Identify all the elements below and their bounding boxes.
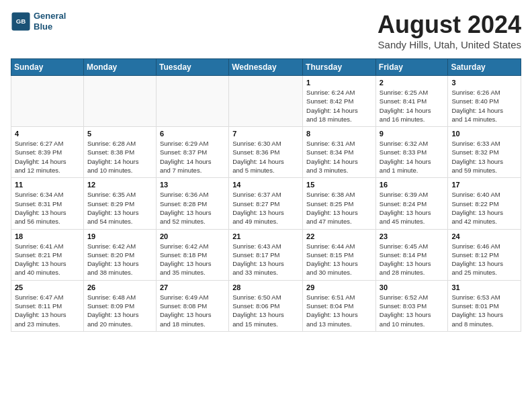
- day-info: Sunrise: 6:39 AM Sunset: 8:24 PM Dayligh…: [380, 190, 445, 226]
- calendar-cell: 18Sunrise: 6:41 AM Sunset: 8:21 PM Dayli…: [11, 229, 84, 280]
- calendar-cell: 22Sunrise: 6:44 AM Sunset: 8:15 PM Dayli…: [303, 229, 376, 280]
- location-title: Sandy Hills, Utah, United States: [378, 39, 521, 50]
- logo-line1: General: [34, 11, 66, 21]
- calendar-cell: 2Sunrise: 6:25 AM Sunset: 8:41 PM Daylig…: [375, 76, 448, 127]
- day-info: Sunrise: 6:42 AM Sunset: 8:20 PM Dayligh…: [87, 242, 152, 277]
- calendar-cell: 13Sunrise: 6:36 AM Sunset: 8:28 PM Dayli…: [156, 178, 228, 229]
- calendar-cell: 4Sunrise: 6:27 AM Sunset: 8:39 PM Daylig…: [11, 127, 84, 178]
- day-number: 29: [306, 283, 372, 291]
- calendar-cell: 8Sunrise: 6:31 AM Sunset: 8:34 PM Daylig…: [303, 127, 376, 178]
- day-number: 24: [451, 232, 517, 240]
- day-info: Sunrise: 6:37 AM Sunset: 8:27 PM Dayligh…: [232, 190, 299, 226]
- day-number: 28: [232, 283, 299, 291]
- calendar-cell: 6Sunrise: 6:29 AM Sunset: 8:37 PM Daylig…: [156, 127, 228, 178]
- day-number: 6: [160, 130, 225, 138]
- weekday-header-row: SundayMondayTuesdayWednesdayThursdayFrid…: [11, 59, 521, 76]
- day-info: Sunrise: 6:33 AM Sunset: 8:32 PM Dayligh…: [451, 139, 517, 175]
- day-info: Sunrise: 6:42 AM Sunset: 8:18 PM Dayligh…: [160, 242, 225, 277]
- day-info: Sunrise: 6:31 AM Sunset: 8:34 PM Dayligh…: [306, 139, 372, 175]
- logo-line2: Blue: [34, 21, 66, 32]
- day-info: Sunrise: 6:24 AM Sunset: 8:42 PM Dayligh…: [306, 88, 372, 124]
- day-info: Sunrise: 6:44 AM Sunset: 8:15 PM Dayligh…: [306, 242, 372, 277]
- page-header: GB General Blue August 2024 Sandy Hills,…: [11, 11, 521, 50]
- day-info: Sunrise: 6:35 AM Sunset: 8:29 PM Dayligh…: [87, 190, 152, 226]
- calendar-cell: 17Sunrise: 6:40 AM Sunset: 8:22 PM Dayli…: [448, 178, 521, 229]
- calendar-cell: 25Sunrise: 6:47 AM Sunset: 8:11 PM Dayli…: [11, 280, 84, 331]
- day-number: 9: [380, 130, 445, 138]
- day-info: Sunrise: 6:41 AM Sunset: 8:21 PM Dayligh…: [15, 242, 80, 277]
- day-info: Sunrise: 6:30 AM Sunset: 8:36 PM Dayligh…: [232, 139, 299, 175]
- day-number: 23: [380, 232, 445, 240]
- weekday-header-wednesday: Wednesday: [229, 59, 303, 76]
- month-title: August 2024: [378, 11, 521, 39]
- calendar-cell: 16Sunrise: 6:39 AM Sunset: 8:24 PM Dayli…: [375, 178, 448, 229]
- day-number: 21: [232, 232, 299, 240]
- day-info: Sunrise: 6:49 AM Sunset: 8:08 PM Dayligh…: [160, 293, 225, 328]
- day-info: Sunrise: 6:25 AM Sunset: 8:41 PM Dayligh…: [380, 88, 445, 124]
- day-number: 14: [232, 181, 299, 189]
- calendar-cell: 23Sunrise: 6:45 AM Sunset: 8:14 PM Dayli…: [375, 229, 448, 280]
- day-number: 4: [15, 130, 80, 138]
- logo: GB General Blue: [11, 11, 66, 32]
- day-number: 19: [87, 232, 152, 240]
- day-info: Sunrise: 6:40 AM Sunset: 8:22 PM Dayligh…: [451, 190, 517, 226]
- day-info: Sunrise: 6:43 AM Sunset: 8:17 PM Dayligh…: [232, 242, 299, 277]
- weekday-header-monday: Monday: [83, 59, 156, 76]
- calendar-cell: 11Sunrise: 6:34 AM Sunset: 8:31 PM Dayli…: [11, 178, 84, 229]
- day-number: 5: [87, 130, 152, 138]
- day-info: Sunrise: 6:52 AM Sunset: 8:03 PM Dayligh…: [380, 293, 445, 328]
- title-block: August 2024 Sandy Hills, Utah, United St…: [378, 11, 521, 50]
- day-info: Sunrise: 6:47 AM Sunset: 8:11 PM Dayligh…: [15, 293, 80, 328]
- day-number: 3: [451, 79, 517, 87]
- calendar-cell: 15Sunrise: 6:38 AM Sunset: 8:25 PM Dayli…: [303, 178, 376, 229]
- calendar-cell: 31Sunrise: 6:53 AM Sunset: 8:01 PM Dayli…: [448, 280, 521, 331]
- calendar-cell: 20Sunrise: 6:42 AM Sunset: 8:18 PM Dayli…: [156, 229, 228, 280]
- weekday-header-thursday: Thursday: [303, 59, 376, 76]
- day-info: Sunrise: 6:50 AM Sunset: 8:06 PM Dayligh…: [232, 293, 299, 328]
- day-number: 13: [160, 181, 225, 189]
- calendar-cell: 29Sunrise: 6:51 AM Sunset: 8:04 PM Dayli…: [303, 280, 376, 331]
- calendar-table: SundayMondayTuesdayWednesdayThursdayFrid…: [11, 58, 521, 332]
- calendar-week-row-3: 11Sunrise: 6:34 AM Sunset: 8:31 PM Dayli…: [11, 178, 521, 229]
- day-info: Sunrise: 6:51 AM Sunset: 8:04 PM Dayligh…: [306, 293, 372, 328]
- calendar-cell: 19Sunrise: 6:42 AM Sunset: 8:20 PM Dayli…: [83, 229, 156, 280]
- weekday-header-saturday: Saturday: [448, 59, 521, 76]
- day-number: 16: [380, 181, 445, 189]
- day-number: 2: [380, 79, 445, 87]
- calendar-cell: 24Sunrise: 6:46 AM Sunset: 8:12 PM Dayli…: [448, 229, 521, 280]
- day-number: 25: [15, 283, 80, 291]
- day-info: Sunrise: 6:48 AM Sunset: 8:09 PM Dayligh…: [87, 293, 152, 328]
- day-number: 31: [451, 283, 517, 291]
- day-number: 1: [306, 79, 372, 87]
- calendar-cell: 30Sunrise: 6:52 AM Sunset: 8:03 PM Dayli…: [375, 280, 448, 331]
- calendar-cell: 21Sunrise: 6:43 AM Sunset: 8:17 PM Dayli…: [229, 229, 303, 280]
- day-info: Sunrise: 6:29 AM Sunset: 8:37 PM Dayligh…: [160, 139, 225, 175]
- calendar-cell: 5Sunrise: 6:28 AM Sunset: 8:38 PM Daylig…: [83, 127, 156, 178]
- day-number: 27: [160, 283, 225, 291]
- calendar-cell: 14Sunrise: 6:37 AM Sunset: 8:27 PM Dayli…: [229, 178, 303, 229]
- day-number: 17: [451, 181, 517, 189]
- weekday-header-sunday: Sunday: [11, 59, 84, 76]
- calendar-cell: [83, 76, 156, 127]
- calendar-cell: [229, 76, 303, 127]
- calendar-cell: 9Sunrise: 6:32 AM Sunset: 8:33 PM Daylig…: [375, 127, 448, 178]
- day-info: Sunrise: 6:38 AM Sunset: 8:25 PM Dayligh…: [306, 190, 372, 226]
- day-number: 15: [306, 181, 372, 189]
- calendar-cell: 3Sunrise: 6:26 AM Sunset: 8:40 PM Daylig…: [448, 76, 521, 127]
- calendar-week-row-5: 25Sunrise: 6:47 AM Sunset: 8:11 PM Dayli…: [11, 280, 521, 331]
- day-number: 20: [160, 232, 225, 240]
- day-info: Sunrise: 6:26 AM Sunset: 8:40 PM Dayligh…: [451, 88, 517, 124]
- calendar-cell: 26Sunrise: 6:48 AM Sunset: 8:09 PM Dayli…: [83, 280, 156, 331]
- logo-icon: GB: [11, 11, 31, 32]
- day-number: 30: [380, 283, 445, 291]
- day-number: 12: [87, 181, 152, 189]
- day-info: Sunrise: 6:28 AM Sunset: 8:38 PM Dayligh…: [87, 139, 152, 175]
- day-number: 8: [306, 130, 372, 138]
- day-number: 7: [232, 130, 299, 138]
- weekday-header-friday: Friday: [375, 59, 448, 76]
- day-number: 10: [451, 130, 517, 138]
- calendar-cell: 28Sunrise: 6:50 AM Sunset: 8:06 PM Dayli…: [229, 280, 303, 331]
- calendar-week-row-2: 4Sunrise: 6:27 AM Sunset: 8:39 PM Daylig…: [11, 127, 521, 178]
- calendar-cell: [11, 76, 84, 127]
- day-info: Sunrise: 6:46 AM Sunset: 8:12 PM Dayligh…: [451, 242, 517, 277]
